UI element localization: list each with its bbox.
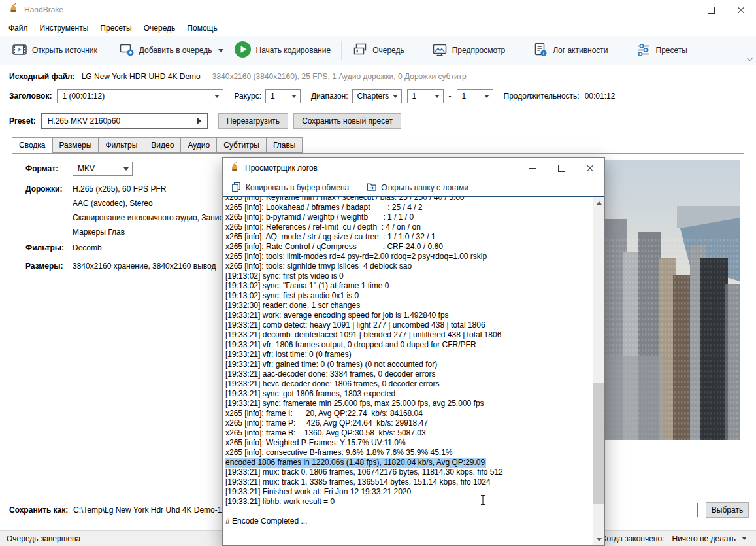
- log-line[interactable]: [19:33:21] Finished work at: Fri Jun 12 …: [225, 487, 593, 497]
- close-icon: [586, 164, 594, 172]
- title-label: Заголовок:: [9, 92, 52, 101]
- menu-item-4[interactable]: Помощь: [181, 21, 223, 35]
- film-source-icon: [12, 42, 27, 60]
- log-output[interactable]: x265 [info]: Keyframe min / max / scenec…: [223, 197, 593, 526]
- log-line[interactable]: encoded 1806 frames in 1220.06s (1.48 fp…: [225, 458, 486, 468]
- play-circle-icon: [234, 41, 252, 60]
- menu-item-0[interactable]: Файл: [3, 21, 34, 35]
- log-line[interactable]: x265 [info]: frame P: 426, Avg QP:24.64 …: [225, 418, 593, 428]
- open-source-button[interactable]: Открыть источник: [7, 39, 103, 62]
- log-line[interactable]: # Encode Completed ...: [225, 517, 593, 526]
- log-line[interactable]: [19:33:21] aac-decoder done: 3384 frames…: [225, 369, 593, 379]
- add-to-queue-button[interactable]: Добавить в очередь: [114, 39, 229, 62]
- log-line[interactable]: [19:33:21] mux: track 0, 1806 frames, 10…: [225, 468, 593, 477]
- log-line[interactable]: x265 [info]: tools: signhide tmvp lslice…: [225, 262, 593, 271]
- log-line[interactable]: x265 [info]: consecutive B-frames: 9.6% …: [225, 448, 593, 458]
- tab-5[interactable]: Субтитры: [216, 137, 267, 153]
- angle-select[interactable]: 1: [265, 89, 301, 103]
- presets-button[interactable]: Пресеты: [631, 39, 693, 62]
- source-row: Исходный файл: LG New York HDR UHD 4K De…: [9, 71, 756, 82]
- tab-0[interactable]: Сводка: [12, 137, 53, 154]
- log-minimize-button[interactable]: [518, 158, 547, 179]
- log-line[interactable]: [19:13:02] sync: first pts audio 0x1 is …: [225, 291, 593, 301]
- close-button[interactable]: [726, 0, 756, 20]
- log-line[interactable]: x265 [info]: b-pyramid / weightp / weigh…: [225, 213, 593, 222]
- log-line[interactable]: x265 [info]: Rate Control / qCompress : …: [225, 242, 593, 252]
- tab-6[interactable]: Главы: [266, 137, 303, 153]
- log-line[interactable]: [19:33:21] vfr: lost time: 0 (0 frames): [225, 350, 593, 360]
- scrollbar-thumb[interactable]: [593, 383, 604, 504]
- start-encode-button[interactable]: Начать кодирование: [229, 38, 337, 63]
- log-line[interactable]: [19:33:21] sync: framerate min 25.000 fp…: [225, 399, 593, 409]
- range-label: Диапазон:: [311, 92, 348, 101]
- log-line[interactable]: [225, 507, 593, 517]
- log-viewer-titlebar: Просмотрщик логов: [223, 158, 604, 179]
- chevron-down-icon: [435, 95, 440, 98]
- preview-button[interactable]: Предпросмотр: [427, 39, 510, 62]
- log-line[interactable]: x265 [info]: Keyframe min / max / scenec…: [225, 197, 593, 203]
- range-type-select[interactable]: Chapters: [352, 89, 402, 103]
- log-line[interactable]: x265 [info]: Lookahead / bframes / badap…: [225, 203, 593, 213]
- log-line[interactable]: x265 [info]: References / ref-limit cu /…: [225, 222, 593, 232]
- log-line[interactable]: [19:33:21] vfr: 1806 frames output, 0 dr…: [225, 340, 593, 350]
- angle-label: Ракурс:: [234, 92, 261, 101]
- source-name: LG New York HDR UHD 4K Demo: [82, 72, 201, 81]
- minimize-button[interactable]: [666, 0, 696, 20]
- menu-item-3[interactable]: Очередь: [138, 21, 182, 35]
- track-line: H.265 (x265), 60 FPS PFR: [73, 184, 227, 199]
- reload-preset-button[interactable]: Перезагрузить: [218, 113, 288, 129]
- browse-button[interactable]: Выбрать: [706, 502, 749, 518]
- log-line[interactable]: [19:33:21] mux: track 1, 3385 frames, 13…: [225, 477, 593, 487]
- log-line[interactable]: x265 [info]: Weighted P-Frames: Y:15.7% …: [225, 438, 593, 448]
- log-line[interactable]: x265 [info]: frame B: 1360, Avg QP:30.58…: [225, 428, 593, 438]
- start-encode-label: Начать кодирование: [256, 46, 331, 55]
- log-line[interactable]: x265 [info]: AQ: mode / str / qg-size / …: [225, 232, 593, 242]
- triangle-up-icon: [597, 201, 602, 205]
- log-line[interactable]: [19:33:21] libhb: work result = 0: [225, 497, 593, 507]
- log-line[interactable]: [19:33:21] decomb: deinterlaced 1091 | b…: [225, 330, 593, 340]
- log-maximize-button[interactable]: [547, 158, 576, 179]
- log-line[interactable]: x265 [info]: tools: limit-modes rd=4 psy…: [225, 252, 593, 262]
- when-done-dropdown[interactable]: Ничего не делать: [670, 533, 750, 545]
- preview-label: Предпросмотр: [452, 46, 505, 55]
- scroll-up-button[interactable]: [593, 197, 604, 209]
- tab-1[interactable]: Размеры: [52, 137, 99, 153]
- scroll-down-button[interactable]: [593, 534, 604, 545]
- toolbar: Открыть источник Добавить в очередь Нача…: [0, 36, 756, 65]
- toolbar-overflow-chevron[interactable]: [745, 55, 754, 63]
- tab-4[interactable]: Аудио: [180, 137, 217, 153]
- maximize-icon: [558, 165, 565, 172]
- range-end-select[interactable]: 1: [457, 89, 493, 103]
- log-line[interactable]: [19:33:21] vfr: gained time: 0 (0 frames…: [225, 360, 593, 369]
- log-line[interactable]: [19:33:21] sync: got 1806 frames, 1803 e…: [225, 389, 593, 399]
- log-close-button[interactable]: [576, 158, 604, 179]
- menu-item-1[interactable]: Инструменты: [34, 21, 95, 35]
- queue-button[interactable]: Очередь: [347, 39, 410, 62]
- tab-2[interactable]: Фильтры: [98, 137, 144, 153]
- chevron-down-icon: [291, 95, 297, 98]
- activity-log-icon: [533, 42, 548, 60]
- log-line[interactable]: [19:32:30] reader: done. 1 scr changes: [225, 301, 593, 311]
- log-line[interactable]: [19:33:21] work: average encoding speed …: [225, 311, 593, 320]
- open-log-folder-button[interactable]: Открыть папку с логами: [366, 181, 468, 194]
- log-line[interactable]: [19:13:02] sync: first pts video is 0: [225, 271, 593, 281]
- chevron-down-icon: [746, 55, 753, 61]
- log-line[interactable]: x265 [info]: frame I: 20, Avg QP:22.74 k…: [225, 409, 593, 418]
- tab-3[interactable]: Видео: [144, 137, 181, 153]
- activity-log-button[interactable]: Лог активности: [527, 39, 613, 62]
- save-new-preset-button[interactable]: Сохранить новый пресет: [293, 113, 401, 129]
- filters-value: Decomb: [73, 243, 102, 252]
- maximize-icon: [708, 7, 715, 14]
- log-line[interactable]: [19:33:21] comb detect: heavy 1091 | lig…: [225, 320, 593, 330]
- range-start-select[interactable]: 1: [407, 89, 444, 103]
- preset-dropdown[interactable]: H.265 MKV 2160p60: [41, 113, 208, 129]
- log-line[interactable]: [19:13:02] sync: "Глава 1" (1) at frame …: [225, 281, 593, 291]
- menu-item-2[interactable]: Пресеты: [94, 21, 137, 35]
- title-select[interactable]: 1 (00:01:12): [57, 89, 223, 103]
- log-line[interactable]: [19:33:21] hevc-decoder done: 1806 frame…: [225, 379, 593, 389]
- preset-value: H.265 MKV 2160p60: [48, 116, 120, 126]
- log-scrollbar[interactable]: [593, 197, 604, 545]
- format-select[interactable]: MKV: [73, 162, 133, 176]
- copy-to-clipboard-button[interactable]: Копировать в буфер обмена: [231, 181, 349, 194]
- maximize-button[interactable]: [696, 0, 726, 20]
